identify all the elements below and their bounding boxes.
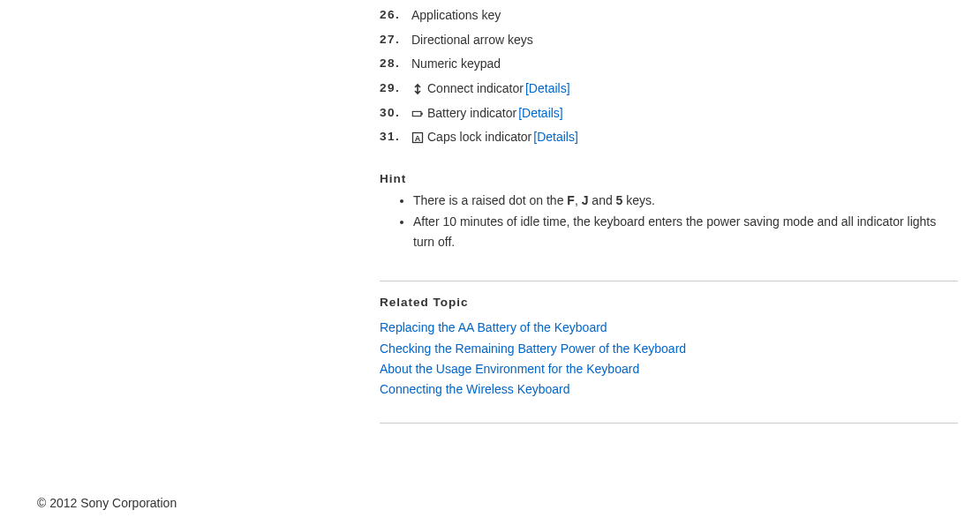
item-text: Caps lock indicator: [427, 128, 531, 147]
divider: [380, 423, 958, 424]
divider: [380, 281, 958, 281]
list-item: 30. Battery indicator [Details]: [380, 104, 958, 124]
item-number: 26.: [380, 6, 411, 25]
hint-item: There is a raised dot on the F, J and 5 …: [413, 191, 958, 211]
hint-item: After 10 minutes of idle time, the keybo…: [413, 212, 958, 252]
details-link[interactable]: [Details]: [525, 79, 570, 99]
list-item: 27. Directional arrow keys: [380, 31, 958, 50]
item-body: Battery indicator [Details]: [411, 104, 563, 124]
battery-icon: [411, 108, 424, 120]
svg-rect-0: [412, 111, 421, 116]
hint-list: There is a raised dot on the F, J and 5 …: [380, 191, 958, 252]
list-item: 26. Applications key: [380, 6, 958, 26]
related-link[interactable]: About the Usage Environment for the Keyb…: [380, 362, 639, 376]
related-link[interactable]: Connecting the Wireless Keyboard: [380, 382, 570, 396]
item-body: A Caps lock indicator [Details]: [411, 128, 578, 147]
item-number: 27.: [380, 31, 411, 49]
item-text: Directional arrow keys: [411, 31, 533, 50]
item-text: Battery indicator: [427, 104, 516, 124]
capslock-icon: A: [411, 131, 424, 144]
item-number: 29.: [380, 79, 411, 98]
details-link[interactable]: [Details]: [518, 104, 563, 124]
svg-text:A: A: [415, 134, 421, 143]
related-links: Replacing the AA Battery of the Keyboard…: [380, 318, 958, 399]
related-topic-heading: Related Topic: [380, 296, 958, 309]
copyright-text: © 2012 Sony Corporation: [37, 496, 177, 510]
item-number: 30.: [380, 104, 411, 123]
item-number: 28.: [380, 55, 411, 73]
item-text: Applications key: [411, 6, 501, 26]
item-text: Numeric keypad: [411, 55, 501, 74]
numbered-feature-list: 26. Applications key 27. Directional arr…: [380, 6, 958, 147]
related-link[interactable]: Checking the Remaining Battery Power of …: [380, 341, 686, 356]
item-number: 31.: [380, 128, 411, 146]
main-content: 26. Applications key 27. Directional arr…: [380, 0, 958, 424]
connect-icon: [411, 83, 424, 95]
details-link[interactable]: [Details]: [533, 128, 578, 147]
svg-rect-1: [421, 112, 423, 115]
item-text: Connect indicator: [427, 79, 524, 99]
item-body: Connect indicator [Details]: [411, 79, 570, 99]
related-link[interactable]: Replacing the AA Battery of the Keyboard: [380, 320, 607, 334]
hint-heading: Hint: [380, 172, 958, 185]
list-item: 29. Connect indicator [Details]: [380, 79, 958, 99]
list-item: 28. Numeric keypad: [380, 55, 958, 74]
list-item: 31. A Caps lock indicator [Details]: [380, 128, 958, 147]
